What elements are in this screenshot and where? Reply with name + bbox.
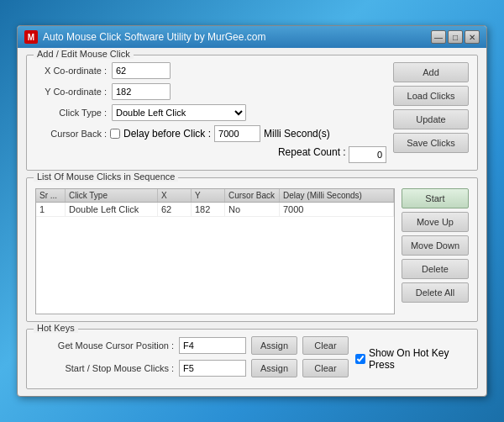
title-bar-left: M Auto Mouse Click Software Utility by M… [24,30,265,44]
hotkeys-section: Hot Keys Get Mouse Cursor Position : Ass… [26,329,478,389]
y-coordinate-label: Y Co-ordinate : [35,87,107,97]
app-icon: M [24,30,38,44]
y-coordinate-row: Y Co-ordinate : [35,83,386,100]
click-type-row: Click Type : Double Left Click Single Le… [35,104,386,121]
main-window: M Auto Mouse Click Software Utility by M… [17,25,487,397]
show-hotkey-checkbox[interactable] [355,354,365,364]
hotkeys-rows: Get Mouse Cursor Position : Assign Clear… [35,336,349,382]
title-bar: M Auto Mouse Click Software Utility by M… [18,26,486,48]
hotkeys-section-label: Hot Keys [34,323,78,333]
cell-click-type-1: Double Left Click [66,203,158,216]
x-coordinate-label: X Co-ordinate : [35,66,107,76]
edit-right: Add Load Clicks Update Save Clicks [393,62,469,163]
start-stop-label: Start / Stop Mouse Clicks : [35,363,174,373]
close-button[interactable]: ✕ [465,30,480,44]
clear-button-1[interactable]: Clear [302,336,349,355]
table-row[interactable]: 1 Double Left Click 62 182 No 7000 [36,203,394,217]
start-stop-row: Start / Stop Mouse Clicks : Assign Clear [35,359,349,377]
col-delay: Delay (Milli Seconds) [280,189,394,202]
col-y: Y [192,189,225,202]
cursor-back-label: Cursor Back : [35,129,107,139]
repeat-count-area: Repeat Count : [35,146,386,163]
delay-input[interactable] [214,125,260,142]
clicks-table[interactable]: Sr ... Click Type X Y Cursor Back Delay … [35,188,395,314]
window-title: Auto Mouse Click Software Utility by Mur… [43,31,265,43]
repeat-count-input[interactable] [349,146,386,163]
delete-all-button[interactable]: Delete All [402,282,469,303]
show-hotkey-row: Show On Hot Key Press [355,347,469,371]
load-clicks-button[interactable]: Load Clicks [393,86,469,106]
add-button[interactable]: Add [393,62,469,82]
minimize-button[interactable]: — [431,30,446,44]
edit-section: Add / Edit Mouse Click X Co-ordinate : Y… [26,55,478,171]
hotkeys-content: Get Mouse Cursor Position : Assign Clear… [35,336,469,382]
cell-sr-1: 1 [36,203,66,216]
click-type-select[interactable]: Double Left Click Single Left Click Righ… [112,104,246,121]
clear-button-2[interactable]: Clear [302,359,349,377]
x-coordinate-row: X Co-ordinate : [35,62,386,79]
assign-button-2[interactable]: Assign [251,359,297,377]
cursor-back-checkbox[interactable] [110,129,120,139]
delay-before-label: Delay before Click : [123,128,211,140]
click-type-label: Click Type : [35,108,107,118]
cell-cursor-back-1: No [225,203,280,216]
col-cursor-back: Cursor Back [225,189,280,202]
assign-button-1[interactable]: Assign [251,336,297,355]
milli-label: Milli Second(s) [264,128,330,140]
cell-delay-1: 7000 [280,203,394,216]
cursor-back-row: Cursor Back : Delay before Click : Milli… [35,125,386,142]
move-down-button[interactable]: Move Down [402,235,469,256]
start-button[interactable]: Start [402,188,469,208]
window-content: Add / Edit Mouse Click X Co-ordinate : Y… [18,48,486,396]
cell-x-1: 62 [158,203,192,216]
maximize-button[interactable]: □ [448,30,463,44]
cell-y-1: 182 [192,203,225,216]
y-coordinate-input[interactable] [112,83,171,100]
x-coordinate-input[interactable] [112,62,171,79]
col-click-type: Click Type [66,189,158,202]
edit-section-row: X Co-ordinate : Y Co-ordinate : Click Ty… [35,62,469,163]
update-button[interactable]: Update [393,109,469,129]
edit-section-label: Add / Edit Mouse Click [34,49,134,59]
title-controls: — □ ✕ [431,30,480,44]
list-content: Sr ... Click Type X Y Cursor Back Delay … [35,188,469,314]
get-position-row: Get Mouse Cursor Position : Assign Clear [35,336,349,355]
move-up-button[interactable]: Move Up [402,212,469,232]
get-position-label: Get Mouse Cursor Position : [35,340,174,351]
start-stop-input[interactable] [179,360,246,377]
list-buttons: Start Move Up Move Down Delete Delete Al… [402,188,469,314]
edit-left: X Co-ordinate : Y Co-ordinate : Click Ty… [35,62,386,163]
list-section: List Of Mouse Clicks in Sequence Sr ... … [26,177,478,322]
get-position-input[interactable] [179,337,246,354]
list-section-label: List Of Mouse Clicks in Sequence [34,171,178,182]
table-header: Sr ... Click Type X Y Cursor Back Delay … [36,189,394,203]
col-x: X [158,189,192,202]
show-hotkey-label: Show On Hot Key Press [369,347,469,371]
delete-button[interactable]: Delete [402,259,469,279]
repeat-count-label: Repeat Count : [278,146,346,163]
col-sr: Sr ... [36,189,66,202]
save-clicks-button[interactable]: Save Clicks [393,133,469,153]
